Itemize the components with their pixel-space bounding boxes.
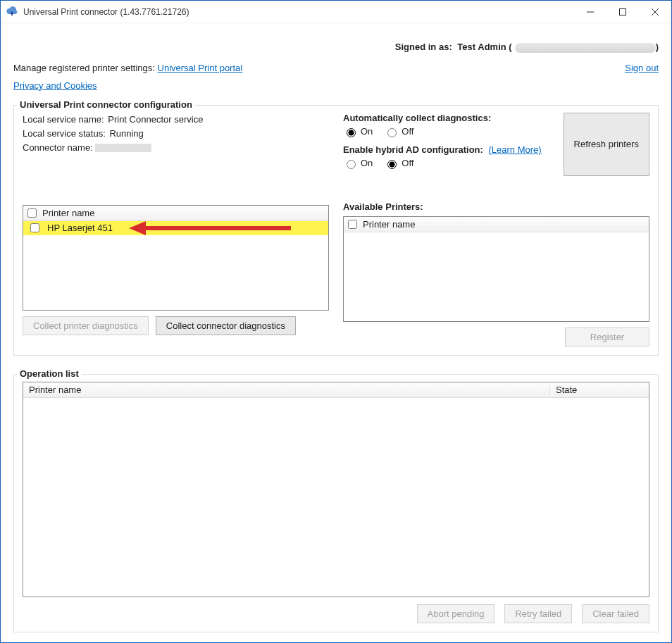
signed-in-user: Test Admin: [457, 42, 506, 52]
window-title: Universal Print connector (1.43.7761.217…: [23, 7, 574, 17]
app-icon: [6, 6, 18, 18]
registered-select-all-checkbox[interactable]: [27, 208, 37, 218]
maximize-button[interactable]: [606, 1, 639, 23]
hybrid-title-row: Enable hybrid AD configuration: (Learn M…: [343, 144, 555, 155]
hybrid-off[interactable]: Off: [384, 158, 413, 169]
refresh-printers-button[interactable]: Refresh printers: [564, 113, 649, 176]
local-service-status-row: Local service status: Running: [23, 127, 329, 141]
config-fieldset: Universal Print connector configuration …: [13, 105, 659, 356]
local-service-status-label: Local service status:: [23, 128, 106, 139]
local-service-name-row: Local service name: Print Connector serv…: [23, 113, 329, 127]
oplist-col-printer-name: Printer name: [23, 385, 550, 395]
registered-printers-header: Printer name: [23, 206, 328, 221]
portal-link[interactable]: Universal Print portal: [158, 63, 243, 73]
connector-name-redaction: [95, 144, 151, 152]
available-printers-header: Printer name: [344, 217, 649, 232]
signed-in-row: Signed in as: Test Admin (): [13, 42, 659, 53]
collect-connector-diagnostics-button[interactable]: Collect connector diagnostics: [156, 316, 296, 335]
oplist-col-state: State: [550, 385, 649, 395]
hybrid-radios: On Off: [343, 158, 555, 169]
registered-printer-checkbox[interactable]: [30, 223, 39, 232]
manage-label: Manage registered printer settings:: [13, 63, 155, 73]
learn-more-link[interactable]: (Learn More): [488, 144, 541, 155]
registered-col-printer-name: Printer name: [42, 208, 94, 218]
auto-diagnostics-title: Automatically collect diagnostics:: [343, 113, 555, 123]
close-button[interactable]: [639, 1, 671, 23]
signed-in-redaction: [515, 43, 656, 53]
auto-diag-on[interactable]: On: [343, 126, 373, 137]
manage-row: Manage registered printer settings: Univ…: [13, 63, 625, 73]
operation-list-fieldset: Operation list Printer name State Abort …: [13, 374, 659, 632]
privacy-link[interactable]: Privacy and Cookies: [13, 80, 97, 91]
operation-list-legend: Operation list: [17, 368, 82, 379]
available-printers-list[interactable]: Printer name: [343, 216, 649, 322]
register-button[interactable]: Register: [565, 327, 649, 347]
local-service-name-label: Local service name:: [23, 114, 104, 125]
retry-failed-button[interactable]: Retry failed: [504, 604, 572, 623]
clear-failed-button[interactable]: Clear failed: [582, 604, 649, 623]
auto-diag-off[interactable]: Off: [384, 126, 413, 137]
abort-pending-button[interactable]: Abort pending: [417, 604, 495, 623]
local-service-name-value: Print Connector service: [108, 114, 203, 125]
app-window: Universal Print connector (1.43.7761.217…: [0, 0, 672, 643]
titlebar: Universal Print connector (1.43.7761.217…: [1, 1, 671, 23]
connector-name-row: Connector name:: [23, 141, 329, 155]
registered-printer-name: HP Laserjet 451: [47, 223, 113, 233]
auto-diagnostics-radios: On Off: [343, 126, 555, 137]
window-controls: [574, 1, 671, 23]
available-printers-heading: Available Printers:: [343, 201, 649, 212]
minimize-button[interactable]: [574, 1, 606, 23]
sign-out-link[interactable]: Sign out: [625, 63, 659, 73]
config-legend: Universal Print connector configuration: [17, 99, 195, 110]
registered-printers-list[interactable]: Printer name HP Laserjet 451: [23, 205, 329, 311]
svg-marker-2: [129, 221, 146, 235]
content-area: Signed in as: Test Admin () Manage regis…: [1, 23, 671, 642]
annotation-arrow: [129, 220, 291, 237]
collect-printer-diagnostics-button[interactable]: Collect printer diagnostics: [23, 316, 149, 335]
available-select-all-checkbox[interactable]: [348, 220, 357, 229]
hybrid-on[interactable]: On: [343, 158, 373, 169]
connector-name-label: Connector name:: [23, 142, 93, 153]
operation-list[interactable]: Printer name State: [23, 382, 649, 597]
local-service-status-value: Running: [109, 128, 143, 139]
signed-in-label: Signed in as:: [395, 42, 452, 52]
svg-rect-0: [620, 8, 626, 15]
available-col-printer-name: Printer name: [363, 219, 415, 230]
operation-list-header: Printer name State: [23, 382, 649, 398]
hybrid-title: Enable hybrid AD configuration:: [343, 144, 483, 155]
